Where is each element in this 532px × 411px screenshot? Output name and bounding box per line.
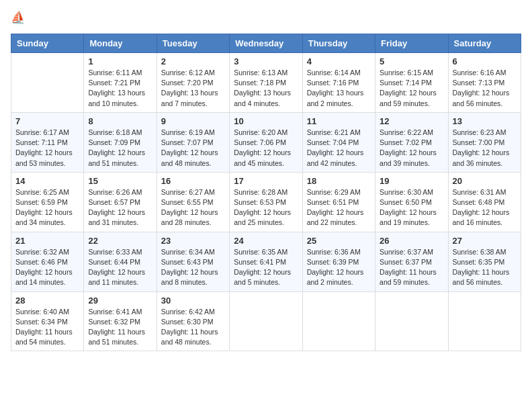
day-of-week-header: Thursday xyxy=(302,34,375,53)
day-info-text: Sunrise: 6:21 AM Sunset: 7:04 PM Dayligh… xyxy=(307,128,371,169)
day-info-text: Sunrise: 6:18 AM Sunset: 7:09 PM Dayligh… xyxy=(88,128,152,169)
day-of-week-header: Wednesday xyxy=(230,34,302,53)
day-info-text: Sunrise: 6:12 AM Sunset: 7:20 PM Dayligh… xyxy=(161,68,225,109)
day-number: 9 xyxy=(161,116,225,126)
day-info-text: Sunrise: 6:37 AM Sunset: 6:37 PM Dayligh… xyxy=(380,247,443,288)
day-number: 28 xyxy=(15,295,79,306)
calendar-cell: 8Sunrise: 6:18 AM Sunset: 7:09 PM Daylig… xyxy=(84,112,157,172)
calendar-cell: 16Sunrise: 6:27 AM Sunset: 6:55 PM Dayli… xyxy=(157,172,229,232)
day-info-text: Sunrise: 6:41 AM Sunset: 6:32 PM Dayligh… xyxy=(88,307,152,348)
logo: ⛵ xyxy=(11,11,30,27)
calendar-cell: 30Sunrise: 6:42 AM Sunset: 6:30 PM Dayli… xyxy=(157,291,229,351)
day-info-text: Sunrise: 6:22 AM Sunset: 7:02 PM Dayligh… xyxy=(380,128,443,169)
calendar-cell: 3Sunrise: 6:13 AM Sunset: 7:18 PM Daylig… xyxy=(230,53,302,113)
calendar-cell: 11Sunrise: 6:21 AM Sunset: 7:04 PM Dayli… xyxy=(302,112,375,172)
day-info-text: Sunrise: 6:31 AM Sunset: 6:48 PM Dayligh… xyxy=(453,187,517,228)
calendar-cell: 13Sunrise: 6:23 AM Sunset: 7:00 PM Dayli… xyxy=(448,112,521,172)
calendar-week-row: 1Sunrise: 6:11 AM Sunset: 7:21 PM Daylig… xyxy=(11,53,521,113)
calendar-cell: 28Sunrise: 6:40 AM Sunset: 6:34 PM Dayli… xyxy=(11,291,84,351)
day-info-text: Sunrise: 6:32 AM Sunset: 6:46 PM Dayligh… xyxy=(15,247,79,288)
day-info-text: Sunrise: 6:36 AM Sunset: 6:39 PM Dayligh… xyxy=(307,247,371,288)
calendar-cell: 4Sunrise: 6:14 AM Sunset: 7:16 PM Daylig… xyxy=(302,53,375,113)
day-info-text: Sunrise: 6:19 AM Sunset: 7:07 PM Dayligh… xyxy=(161,128,225,169)
day-number: 10 xyxy=(234,116,298,126)
day-of-week-header: Saturday xyxy=(448,34,521,53)
day-info-text: Sunrise: 6:27 AM Sunset: 6:55 PM Dayligh… xyxy=(161,187,225,228)
day-of-week-header: Tuesday xyxy=(157,34,229,53)
calendar-cell xyxy=(230,291,302,351)
day-info-text: Sunrise: 6:30 AM Sunset: 6:50 PM Dayligh… xyxy=(380,187,443,228)
calendar-cell xyxy=(302,291,375,351)
day-number: 3 xyxy=(234,56,298,66)
calendar-cell: 14Sunrise: 6:25 AM Sunset: 6:59 PM Dayli… xyxy=(11,172,84,232)
day-info-text: Sunrise: 6:16 AM Sunset: 7:13 PM Dayligh… xyxy=(453,68,517,109)
calendar-cell: 29Sunrise: 6:41 AM Sunset: 6:32 PM Dayli… xyxy=(84,291,157,351)
day-number: 23 xyxy=(161,236,225,246)
day-info-text: Sunrise: 6:13 AM Sunset: 7:18 PM Dayligh… xyxy=(234,68,298,109)
calendar-cell xyxy=(448,291,521,351)
calendar-cell: 17Sunrise: 6:28 AM Sunset: 6:53 PM Dayli… xyxy=(230,172,302,232)
calendar-week-row: 21Sunrise: 6:32 AM Sunset: 6:46 PM Dayli… xyxy=(11,232,521,291)
calendar-cell: 23Sunrise: 6:34 AM Sunset: 6:43 PM Dayli… xyxy=(157,232,229,291)
calendar-cell: 1Sunrise: 6:11 AM Sunset: 7:21 PM Daylig… xyxy=(84,53,157,113)
day-number: 22 xyxy=(88,236,152,246)
day-number: 11 xyxy=(307,116,371,126)
calendar-week-row: 28Sunrise: 6:40 AM Sunset: 6:34 PM Dayli… xyxy=(11,291,521,351)
calendar-cell: 6Sunrise: 6:16 AM Sunset: 7:13 PM Daylig… xyxy=(448,53,521,113)
calendar-week-row: 7Sunrise: 6:17 AM Sunset: 7:11 PM Daylig… xyxy=(11,112,521,172)
calendar-header-row: SundayMondayTuesdayWednesdayThursdayFrid… xyxy=(11,34,521,53)
day-number: 29 xyxy=(88,295,152,306)
calendar-cell: 10Sunrise: 6:20 AM Sunset: 7:06 PM Dayli… xyxy=(230,112,302,172)
day-number: 21 xyxy=(15,236,79,246)
calendar-table: SundayMondayTuesdayWednesdayThursdayFrid… xyxy=(11,34,521,351)
day-number: 12 xyxy=(380,116,443,126)
day-info-text: Sunrise: 6:28 AM Sunset: 6:53 PM Dayligh… xyxy=(234,187,298,228)
calendar-cell xyxy=(375,291,448,351)
day-info-text: Sunrise: 6:11 AM Sunset: 7:21 PM Dayligh… xyxy=(88,68,152,109)
day-number: 26 xyxy=(380,236,443,246)
calendar-cell: 25Sunrise: 6:36 AM Sunset: 6:39 PM Dayli… xyxy=(302,232,375,291)
day-number: 8 xyxy=(88,116,152,126)
day-number: 13 xyxy=(453,116,517,126)
day-number: 20 xyxy=(453,176,517,186)
day-info-text: Sunrise: 6:42 AM Sunset: 6:30 PM Dayligh… xyxy=(161,307,225,348)
day-of-week-header: Sunday xyxy=(11,34,84,53)
day-info-text: Sunrise: 6:25 AM Sunset: 6:59 PM Dayligh… xyxy=(15,187,79,228)
day-info-text: Sunrise: 6:20 AM Sunset: 7:06 PM Dayligh… xyxy=(234,128,298,169)
day-number: 6 xyxy=(453,56,517,66)
calendar-cell: 18Sunrise: 6:29 AM Sunset: 6:51 PM Dayli… xyxy=(302,172,375,232)
day-number: 27 xyxy=(453,236,517,246)
day-number: 18 xyxy=(307,176,371,186)
day-info-text: Sunrise: 6:33 AM Sunset: 6:44 PM Dayligh… xyxy=(88,247,152,288)
page-header: ⛵ xyxy=(11,11,521,27)
svg-text:⛵: ⛵ xyxy=(11,11,26,25)
day-of-week-header: Monday xyxy=(84,34,157,53)
calendar-cell: 19Sunrise: 6:30 AM Sunset: 6:50 PM Dayli… xyxy=(375,172,448,232)
logo-icon: ⛵ xyxy=(11,11,27,27)
day-number: 17 xyxy=(234,176,298,186)
day-info-text: Sunrise: 6:38 AM Sunset: 6:35 PM Dayligh… xyxy=(453,247,517,288)
day-info-text: Sunrise: 6:26 AM Sunset: 6:57 PM Dayligh… xyxy=(88,187,152,228)
day-info-text: Sunrise: 6:35 AM Sunset: 6:41 PM Dayligh… xyxy=(234,247,298,288)
day-number: 14 xyxy=(15,176,79,186)
calendar-cell: 7Sunrise: 6:17 AM Sunset: 7:11 PM Daylig… xyxy=(11,112,84,172)
day-number: 5 xyxy=(380,56,443,66)
day-number: 4 xyxy=(307,56,371,66)
calendar-cell: 15Sunrise: 6:26 AM Sunset: 6:57 PM Dayli… xyxy=(84,172,157,232)
day-number: 1 xyxy=(88,56,152,66)
calendar-cell: 22Sunrise: 6:33 AM Sunset: 6:44 PM Dayli… xyxy=(84,232,157,291)
calendar-week-row: 14Sunrise: 6:25 AM Sunset: 6:59 PM Dayli… xyxy=(11,172,521,232)
day-number: 24 xyxy=(234,236,298,246)
calendar-cell: 20Sunrise: 6:31 AM Sunset: 6:48 PM Dayli… xyxy=(448,172,521,232)
day-number: 25 xyxy=(307,236,371,246)
day-info-text: Sunrise: 6:15 AM Sunset: 7:14 PM Dayligh… xyxy=(380,68,443,109)
day-info-text: Sunrise: 6:40 AM Sunset: 6:34 PM Dayligh… xyxy=(15,307,79,348)
calendar-cell xyxy=(11,53,84,113)
calendar-cell: 26Sunrise: 6:37 AM Sunset: 6:37 PM Dayli… xyxy=(375,232,448,291)
calendar-cell: 9Sunrise: 6:19 AM Sunset: 7:07 PM Daylig… xyxy=(157,112,229,172)
day-number: 19 xyxy=(380,176,443,186)
day-number: 16 xyxy=(161,176,225,186)
day-info-text: Sunrise: 6:29 AM Sunset: 6:51 PM Dayligh… xyxy=(307,187,371,228)
calendar-cell: 21Sunrise: 6:32 AM Sunset: 6:46 PM Dayli… xyxy=(11,232,84,291)
calendar-cell: 5Sunrise: 6:15 AM Sunset: 7:14 PM Daylig… xyxy=(375,53,448,113)
